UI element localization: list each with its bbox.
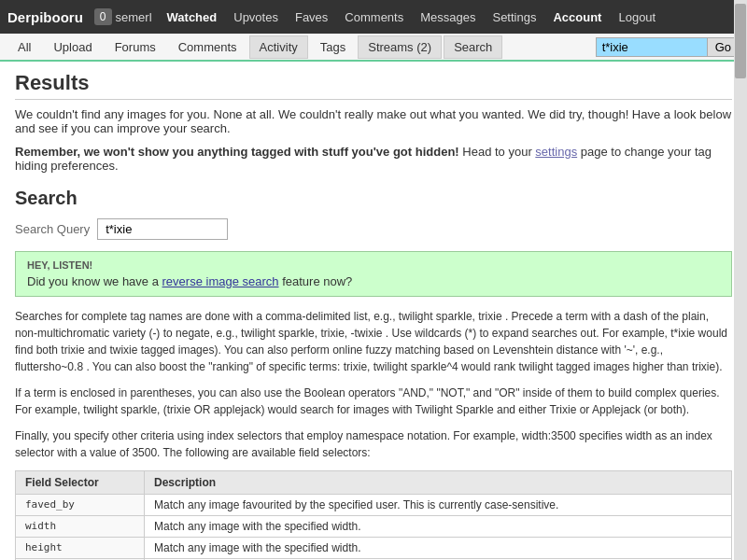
field-name: width <box>16 516 145 538</box>
field-desc: Match any image favourited by the specif… <box>145 495 732 516</box>
hint-box: HEY, LISTEN! Did you know we have a reve… <box>15 251 732 297</box>
top-nav-faves[interactable]: Faves <box>288 7 335 28</box>
tab-activity[interactable]: Activity <box>249 35 308 59</box>
hidden-warning-rest: Head to your <box>462 145 535 159</box>
top-bar: Derpibooru 0 semerl Watched Upvotes Fave… <box>0 0 747 34</box>
search-query-input[interactable] <box>97 218 228 240</box>
table-row: faved_byMatch any image favourited by th… <box>16 495 732 516</box>
hey-listen: HEY, LISTEN! <box>27 259 720 271</box>
hidden-warning: Remember, we won't show you anything tag… <box>15 145 732 173</box>
top-nav-upvotes[interactable]: Upvotes <box>226 7 286 28</box>
hidden-warning-bold: Remember, we won't show you anything tag… <box>15 145 459 159</box>
top-nav-account[interactable]: Account <box>545 7 609 28</box>
table-header-desc: Description <box>145 471 732 495</box>
tab-comments[interactable]: Comments <box>168 35 247 59</box>
top-nav-comments[interactable]: Comments <box>337 7 411 28</box>
results-title: Results <box>15 71 732 100</box>
tab-search[interactable]: Search <box>444 35 502 59</box>
top-nav-settings[interactable]: Settings <box>485 7 543 28</box>
search-query-row: Search Query <box>15 218 732 240</box>
field-name: faved_by <box>16 495 145 516</box>
top-nav-logout[interactable]: Logout <box>611 7 663 28</box>
table-row: widthMatch any image with the specified … <box>16 516 732 538</box>
main-content: Results We couldn't find any images for … <box>0 62 747 560</box>
info-text-3: Finally, you specify other criteria usin… <box>15 427 732 461</box>
scrollbar-thumb[interactable] <box>735 4 746 78</box>
tab-forums[interactable]: Forums <box>105 35 166 59</box>
top-nav-messages[interactable]: Messages <box>413 7 483 28</box>
field-desc: Match any image with the specified width… <box>145 516 732 538</box>
hint-text-before: Did you know we have a <box>27 274 162 288</box>
field-desc: Match any image with the specified width… <box>145 538 732 559</box>
search-input[interactable] <box>596 37 708 57</box>
search-form: Go <box>596 37 740 57</box>
hint-text-after: feature now? <box>282 274 352 288</box>
search-section-title: Search <box>15 188 732 209</box>
top-nav: Watched Upvotes Faves Comments Messages … <box>160 7 664 28</box>
info-text-2: If a term is enclosed in parentheses, yo… <box>15 385 732 418</box>
search-query-label: Search Query <box>15 222 90 236</box>
top-nav-watched[interactable]: Watched <box>160 7 225 28</box>
top-nav-user[interactable]: semerl <box>116 10 152 24</box>
tab-streams[interactable]: Streams (2) <box>358 35 442 59</box>
settings-link[interactable]: settings <box>535 145 577 159</box>
tab-tags[interactable]: Tags <box>310 35 356 59</box>
second-bar: All Upload Forums Comments Activity Tags… <box>0 34 747 62</box>
info-text-1: Searches for complete tag names are done… <box>15 308 732 375</box>
notif-count: 0 <box>94 8 112 25</box>
reverse-image-search-link[interactable]: reverse image search <box>162 274 279 288</box>
field-name: height <box>16 538 145 559</box>
tab-upload[interactable]: Upload <box>43 35 102 59</box>
tab-all[interactable]: All <box>7 35 41 59</box>
no-results-message: We couldn't find any images for you. Non… <box>15 107 732 135</box>
field-selector-table: Field Selector Description faved_byMatch… <box>15 470 732 560</box>
table-header-field: Field Selector <box>16 471 145 495</box>
logo[interactable]: Derpibooru <box>7 9 83 25</box>
scrollbar[interactable] <box>734 0 747 560</box>
table-row: heightMatch any image with the specified… <box>16 538 732 559</box>
